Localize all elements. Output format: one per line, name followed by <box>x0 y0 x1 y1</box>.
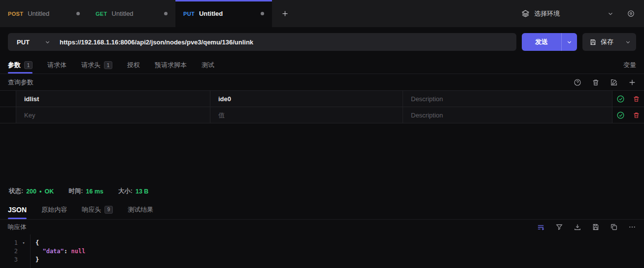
help-circle-icon[interactable] <box>574 78 581 86</box>
tab-prerequest-script[interactable]: 预请求脚本 <box>155 57 187 74</box>
method-label-put: PUT <box>183 11 195 17</box>
add-row-icon[interactable] <box>628 78 636 86</box>
tabbar-right: 选择环境 <box>521 0 644 27</box>
time-value: 16 ms <box>86 188 103 195</box>
param-value-cell <box>210 91 403 107</box>
tab-label: 测试 <box>202 61 214 70</box>
param-value-input[interactable] <box>210 95 403 103</box>
row-enabled-check-icon[interactable] <box>616 111 625 119</box>
params-count-badge: 1 <box>24 61 33 69</box>
tab-label: 测试结果 <box>128 205 153 214</box>
tab-response-json[interactable]: JSON <box>8 200 27 219</box>
code-line: "data": null <box>35 247 644 255</box>
status-separator: • <box>39 188 41 195</box>
send-button[interactable]: 发送 <box>522 33 577 51</box>
size-value: 13 B <box>136 188 148 195</box>
line-number: 2 <box>0 248 18 255</box>
method-label-post: POST <box>8 11 23 17</box>
size-label: 大小: <box>118 187 133 195</box>
new-tab-button[interactable] <box>272 0 298 27</box>
code-lines: { "data": null } <box>31 234 644 268</box>
status-text: OK <box>44 188 54 195</box>
filter-icon[interactable] <box>555 223 563 231</box>
row-actions <box>612 107 644 123</box>
param-key-cell <box>16 107 210 123</box>
unsaved-dot-icon <box>164 12 168 15</box>
param-description-cell <box>403 107 612 123</box>
param-key-input[interactable] <box>16 95 210 103</box>
row-drag-handle <box>0 91 16 107</box>
send-options-chevron-icon[interactable] <box>561 33 577 51</box>
tab-label: 预请求脚本 <box>155 61 187 70</box>
param-value-cell <box>210 107 403 123</box>
plus-icon <box>281 10 289 17</box>
time-group: 时间: 16 ms <box>68 187 103 195</box>
response-body-toolbar <box>537 223 636 231</box>
query-params-table <box>0 90 644 123</box>
row-delete-icon[interactable] <box>633 95 640 103</box>
param-key-cell <box>16 91 210 107</box>
tab-label: JSON <box>8 206 27 214</box>
request-config-tabs: 参数 1 请求体 请求头 1 授权 预请求脚本 测试 变量 <box>0 57 644 74</box>
param-description-input[interactable] <box>403 95 612 103</box>
request-tab-get[interactable]: GET Untitled <box>88 0 175 27</box>
param-description-input[interactable] <box>403 112 612 119</box>
tab-response-raw[interactable]: 原始内容 <box>41 200 67 219</box>
bulk-edit-icon[interactable] <box>610 78 618 86</box>
code-token: } <box>35 256 39 263</box>
tab-headers[interactable]: 请求头 1 <box>81 57 112 74</box>
tab-params[interactable]: 参数 1 <box>8 57 33 74</box>
query-params-toolbar <box>574 78 636 86</box>
response-status-bar: 状态: 200 • OK 时间: 16 ms 大小: 13 B <box>0 183 644 200</box>
code-token-separator: : <box>64 248 71 255</box>
code-line: { <box>35 238 644 247</box>
line-number: 1 <box>0 239 18 246</box>
api-client-window: POST Untitled GET Untitled PUT Untitled … <box>0 0 644 268</box>
save-button[interactable]: 保存 <box>582 33 636 51</box>
wrap-lines-icon[interactable] <box>537 223 545 231</box>
more-options-icon[interactable] <box>628 223 636 231</box>
url-box: PUT <box>8 33 516 51</box>
chevron-down-icon <box>607 10 614 17</box>
tab-auth[interactable]: 授权 <box>127 57 140 74</box>
param-value-input[interactable] <box>210 112 403 119</box>
method-label-get: GET <box>96 11 107 17</box>
tab-body[interactable]: 请求体 <box>47 57 67 74</box>
response-body-head: 响应体 <box>0 220 644 234</box>
tab-test-results[interactable]: 测试结果 <box>128 200 153 219</box>
row-drag-handle <box>0 107 16 123</box>
unsaved-dot-icon <box>261 12 264 15</box>
row-delete-icon[interactable] <box>633 112 640 119</box>
save-icon <box>589 38 597 46</box>
save-response-icon[interactable] <box>592 223 600 231</box>
row-enabled-check-icon[interactable] <box>616 95 625 103</box>
tab-tests[interactable]: 测试 <box>202 57 214 74</box>
variables-link[interactable]: 变量 <box>623 57 636 74</box>
code-token-key: "data" <box>35 248 64 255</box>
layers-icon <box>521 9 530 18</box>
tab-label: 参数 <box>8 61 21 70</box>
method-select[interactable]: PUT <box>8 38 60 46</box>
status-label: 状态: <box>9 187 23 195</box>
request-tab-put-active[interactable]: PUT Untitled <box>175 0 272 27</box>
copy-icon[interactable] <box>610 223 618 231</box>
tab-title: Untitled <box>28 10 49 17</box>
request-tab-bar: POST Untitled GET Untitled PUT Untitled … <box>0 0 644 27</box>
eye-icon[interactable] <box>627 9 635 18</box>
tab-label: 原始内容 <box>41 205 67 214</box>
request-tab-post[interactable]: POST Untitled <box>0 0 88 27</box>
environment-selector[interactable]: 选择环境 <box>521 9 614 18</box>
download-icon[interactable] <box>574 223 581 231</box>
param-key-input[interactable] <box>16 112 210 119</box>
delete-all-icon[interactable] <box>592 78 600 86</box>
tab-label: 响应头 <box>82 205 101 214</box>
fold-caret-icon[interactable]: ▾ <box>18 240 30 245</box>
url-row: PUT 发送 保存 <box>0 27 644 57</box>
chevron-down-icon <box>44 39 51 45</box>
response-tabs: JSON 原始内容 响应头 9 测试结果 <box>0 200 644 220</box>
save-options-chevron-icon[interactable] <box>625 39 631 45</box>
url-input[interactable] <box>60 33 516 51</box>
unsaved-dot-icon <box>76 12 80 15</box>
tab-label: 请求体 <box>47 61 67 70</box>
tab-response-headers[interactable]: 响应头 9 <box>82 200 113 219</box>
